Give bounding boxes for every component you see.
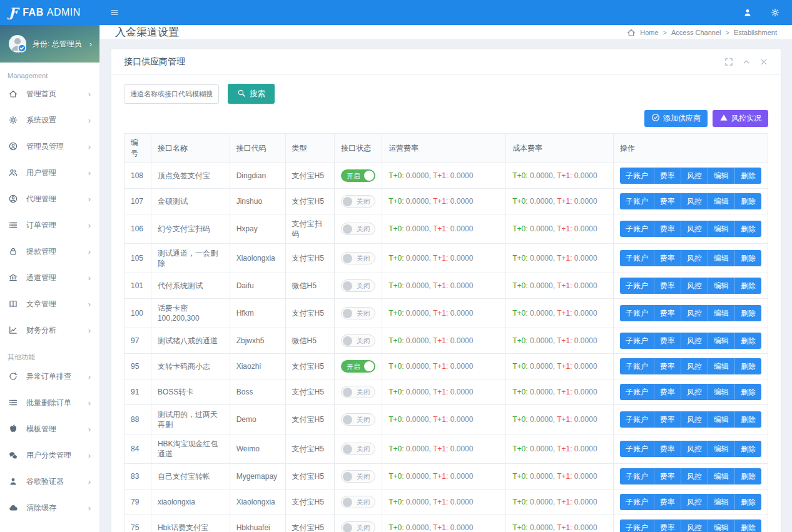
sidebar-user-panel[interactable]: 身份: 总管理员 › xyxy=(0,25,99,63)
status-toggle[interactable]: 开启 xyxy=(341,169,375,182)
row-action-button[interactable]: 风控 xyxy=(681,305,708,321)
breadcrumb-item[interactable]: Access Channel xyxy=(671,29,721,36)
row-action-button[interactable]: 风控 xyxy=(681,384,708,400)
row-action-button[interactable]: 编辑 xyxy=(708,384,735,400)
sidebar-item[interactable]: 提款管理› xyxy=(0,238,99,264)
row-action-button[interactable]: 删除 xyxy=(735,441,761,457)
gear-icon[interactable] xyxy=(771,8,779,17)
sidebar-item[interactable]: 批量删除订单› xyxy=(0,389,99,416)
row-action-button[interactable]: 子账户 xyxy=(620,384,654,400)
risk-live-button[interactable]: 风控实况 xyxy=(713,110,768,127)
row-action-button[interactable]: 删除 xyxy=(735,468,761,484)
row-action-button[interactable]: 费率 xyxy=(654,333,681,349)
add-supplier-button[interactable]: 添加供应商 xyxy=(644,110,708,127)
status-toggle[interactable]: 关闭 xyxy=(341,386,375,398)
row-action-button[interactable]: 编辑 xyxy=(708,193,735,209)
sidebar-item[interactable]: 模板管理› xyxy=(0,416,99,442)
row-action-button[interactable]: 风控 xyxy=(681,250,708,266)
search-input[interactable] xyxy=(124,84,219,104)
sidebar-item[interactable]: 管理员管理› xyxy=(0,133,99,159)
row-action-button[interactable]: 编辑 xyxy=(708,358,735,374)
row-action-button[interactable]: 费率 xyxy=(654,221,681,237)
status-toggle[interactable]: 关闭 xyxy=(341,195,375,208)
status-toggle[interactable]: 关闭 xyxy=(341,470,375,483)
row-action-button[interactable]: 风控 xyxy=(681,494,708,510)
row-action-button[interactable]: 删除 xyxy=(735,411,761,428)
row-action-button[interactable]: 费率 xyxy=(654,384,681,400)
row-action-button[interactable]: 子账户 xyxy=(620,333,654,349)
row-action-button[interactable]: 风控 xyxy=(681,468,708,484)
row-action-button[interactable]: 删除 xyxy=(735,193,761,209)
row-action-button[interactable]: 子账户 xyxy=(620,358,654,374)
row-action-button[interactable]: 删除 xyxy=(735,305,761,321)
row-action-button[interactable]: 编辑 xyxy=(708,250,735,266)
sidebar-item[interactable]: 通道管理› xyxy=(0,264,99,291)
breadcrumb-item[interactable]: Home xyxy=(640,29,658,36)
row-action-button[interactable]: 费率 xyxy=(654,358,681,374)
row-action-button[interactable]: 费率 xyxy=(654,250,681,266)
row-action-button[interactable]: 子账户 xyxy=(620,193,654,209)
sidebar-item[interactable]: 谷歌验证器› xyxy=(0,468,99,494)
row-action-button[interactable]: 子账户 xyxy=(620,168,654,184)
sidebar-item[interactable]: 财务分析› xyxy=(0,317,99,343)
sidebar-item[interactable]: 用户分类管理› xyxy=(0,442,99,468)
sidebar-item[interactable]: 代理管理› xyxy=(0,186,99,212)
row-action-button[interactable]: 风控 xyxy=(681,278,708,294)
row-action-button[interactable]: 子账户 xyxy=(620,250,654,266)
row-action-button[interactable]: 风控 xyxy=(681,411,708,428)
row-action-button[interactable]: 费率 xyxy=(654,193,681,209)
row-action-button[interactable]: 子账户 xyxy=(620,278,654,294)
row-action-button[interactable]: 删除 xyxy=(735,358,761,374)
status-toggle[interactable]: 关闭 xyxy=(341,279,375,292)
row-action-button[interactable]: 编辑 xyxy=(708,441,735,457)
row-action-button[interactable]: 删除 xyxy=(735,250,761,266)
status-toggle[interactable]: 关闭 xyxy=(341,496,375,508)
row-action-button[interactable]: 删除 xyxy=(735,333,761,349)
sidebar-item[interactable]: 系统设置› xyxy=(0,107,99,133)
row-action-button[interactable]: 费率 xyxy=(654,519,681,532)
row-action-button[interactable]: 费率 xyxy=(654,278,681,294)
row-action-button[interactable]: 删除 xyxy=(735,384,761,400)
app-logo[interactable]: Ƒ FAB ADMIN xyxy=(0,0,100,25)
row-action-button[interactable]: 删除 xyxy=(735,221,761,237)
search-button[interactable]: 搜索 xyxy=(228,84,275,104)
row-action-button[interactable]: 删除 xyxy=(735,519,761,532)
row-action-button[interactable]: 编辑 xyxy=(708,221,735,237)
row-action-button[interactable]: 费率 xyxy=(654,494,681,510)
status-toggle[interactable]: 开启 xyxy=(341,360,375,373)
menu-toggle-icon[interactable] xyxy=(110,8,119,17)
status-toggle[interactable]: 关闭 xyxy=(341,252,375,264)
sidebar-item[interactable]: 订单管理› xyxy=(0,212,99,238)
row-action-button[interactable]: 删除 xyxy=(735,168,761,184)
row-action-button[interactable]: 子账户 xyxy=(620,468,654,484)
sidebar-item[interactable]: 清除缓存› xyxy=(0,494,99,521)
sidebar-item[interactable]: 用户管理› xyxy=(0,159,99,186)
row-action-button[interactable]: 费率 xyxy=(654,168,681,184)
expand-icon[interactable] xyxy=(724,58,733,66)
row-action-button[interactable]: 删除 xyxy=(735,494,761,510)
row-action-button[interactable]: 费率 xyxy=(654,468,681,484)
status-toggle[interactable]: 关闭 xyxy=(341,223,375,235)
status-toggle[interactable]: 关闭 xyxy=(341,521,375,532)
sidebar-item[interactable]: 管理首页› xyxy=(0,81,99,107)
user-icon[interactable] xyxy=(743,8,752,17)
row-action-button[interactable]: 风控 xyxy=(681,221,708,237)
close-icon[interactable] xyxy=(759,58,768,66)
row-action-button[interactable]: 编辑 xyxy=(708,168,735,184)
row-action-button[interactable]: 编辑 xyxy=(708,519,735,532)
row-action-button[interactable]: 编辑 xyxy=(708,468,735,484)
sidebar-item[interactable]: 文章管理› xyxy=(0,291,99,317)
row-action-button[interactable]: 编辑 xyxy=(708,278,735,294)
row-action-button[interactable]: 风控 xyxy=(681,193,708,209)
row-action-button[interactable]: 风控 xyxy=(681,168,708,184)
status-toggle[interactable]: 关闭 xyxy=(341,413,375,426)
row-action-button[interactable]: 编辑 xyxy=(708,411,735,428)
sidebar-item[interactable]: 异常订单排查› xyxy=(0,363,99,389)
row-action-button[interactable]: 费率 xyxy=(654,305,681,321)
row-action-button[interactable]: 子账户 xyxy=(620,441,654,457)
row-action-button[interactable]: 子账户 xyxy=(620,305,654,321)
row-action-button[interactable]: 删除 xyxy=(735,278,761,294)
row-action-button[interactable]: 子账户 xyxy=(620,519,654,532)
row-action-button[interactable]: 编辑 xyxy=(708,305,735,321)
row-action-button[interactable]: 风控 xyxy=(681,358,708,374)
